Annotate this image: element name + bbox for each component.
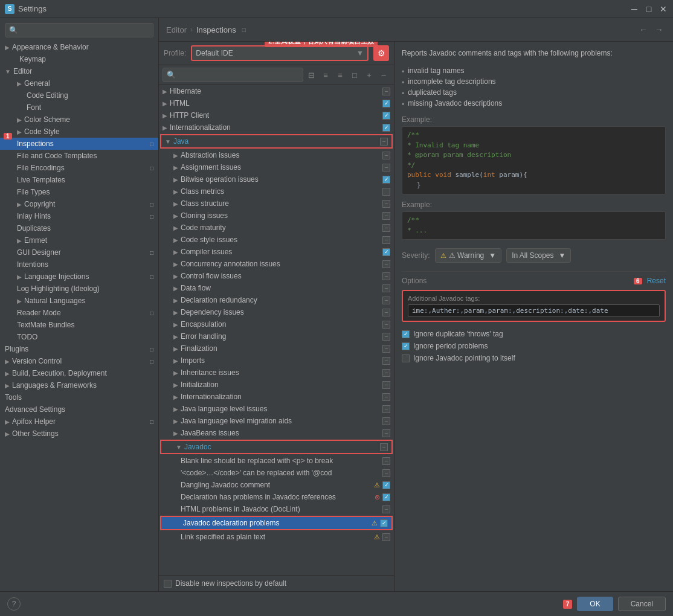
sidebar-item-color-scheme[interactable]: ▶ Color Scheme bbox=[0, 114, 158, 126]
sidebar-item-log-highlighting[interactable]: Log Highlighting (Ideolog) bbox=[0, 283, 158, 295]
check-java[interactable]: – bbox=[380, 138, 388, 146]
sidebar-item-inspections[interactable]: Inspections □ 1 bbox=[0, 138, 158, 150]
check-code-style[interactable]: – bbox=[382, 236, 390, 244]
sidebar-item-duplicates[interactable]: Duplicates bbox=[0, 222, 158, 234]
check-http-client[interactable]: ✓ bbox=[382, 112, 390, 120]
tree-item-blank-line[interactable]: Blank line should be replaced with <p> t… bbox=[159, 455, 394, 467]
filter-button[interactable]: ⊟ bbox=[304, 68, 318, 82]
check-bitwise[interactable]: ✓ bbox=[382, 176, 390, 184]
tree-item-cloning-issues[interactable]: ▶ Cloning issues – bbox=[159, 210, 394, 222]
cancel-button[interactable]: Cancel bbox=[618, 597, 666, 611]
back-button[interactable]: ← bbox=[637, 23, 650, 36]
tree-item-internationalization2[interactable]: ▶ Internationalization – bbox=[159, 391, 394, 403]
close-button[interactable]: ✕ bbox=[659, 4, 668, 14]
ignore-javadoc-checkbox[interactable] bbox=[402, 355, 410, 362]
tree-item-declaration-problems[interactable]: Declaration has problems in Javadoc refe… bbox=[159, 491, 394, 503]
tree-item-code-maturity[interactable]: ▶ Code maturity – bbox=[159, 222, 394, 234]
help-button[interactable]: ? bbox=[7, 597, 21, 611]
sidebar-item-version-control[interactable]: ▶ Version Control □ bbox=[0, 355, 158, 367]
tree-item-link-specified[interactable]: Link specified as plain text ⚠ – bbox=[159, 531, 394, 543]
tree-item-encapsulation[interactable]: ▶ Encapsulation – bbox=[159, 318, 394, 330]
tree-item-concurrency-annotation[interactable]: ▶ Concurrency annotation issues – bbox=[159, 258, 394, 270]
tree-item-class-structure[interactable]: ▶ Class structure – bbox=[159, 197, 394, 210]
tree-item-imports[interactable]: ▶ Imports – bbox=[159, 355, 394, 367]
tree-item-control-flow[interactable]: ▶ Control flow issues – bbox=[159, 270, 394, 282]
check-javadoc-decl[interactable]: ✓ bbox=[380, 519, 388, 527]
check-i18n[interactable]: ✓ bbox=[382, 124, 390, 132]
check-link-specified[interactable]: – bbox=[382, 533, 390, 541]
expand-all-button[interactable]: ≡ bbox=[319, 68, 332, 82]
ignore-period-checkbox[interactable]: ✓ bbox=[402, 342, 410, 350]
check-decl-problems[interactable]: ✓ bbox=[382, 493, 390, 501]
check-initialization[interactable]: – bbox=[382, 381, 390, 389]
check-compiler[interactable]: ✓ bbox=[382, 248, 390, 256]
tree-item-code-style-issues[interactable]: ▶ Code style issues – bbox=[159, 234, 394, 246]
check-encapsulation[interactable]: – bbox=[382, 321, 390, 329]
sidebar-item-advanced-settings[interactable]: Advanced Settings bbox=[0, 403, 158, 415]
tree-item-inheritance-issues[interactable]: ▶ Inheritance issues – bbox=[159, 367, 394, 379]
tree-item-initialization[interactable]: ▶ Initialization – bbox=[159, 379, 394, 391]
sidebar-item-plugins[interactable]: Plugins □ bbox=[0, 343, 158, 355]
check-java-lang-level[interactable]: – bbox=[382, 405, 390, 413]
more-button[interactable]: – bbox=[377, 68, 390, 82]
disable-inspections-checkbox[interactable] bbox=[164, 580, 172, 588]
sidebar-item-editor[interactable]: ▼ Editor bbox=[0, 65, 158, 77]
tree-item-bitwise-issues[interactable]: ▶ Bitwise operation issues ✓ bbox=[159, 173, 394, 185]
check-dependency[interactable]: – bbox=[382, 309, 390, 316]
collapse-all-button[interactable]: ≡ bbox=[333, 68, 347, 82]
sidebar-item-code-style[interactable]: ▶ Code Style bbox=[0, 126, 158, 138]
sidebar-item-emmet[interactable]: ▶ Emmet bbox=[0, 234, 158, 246]
sidebar-item-appearance[interactable]: ▶ Appearance & Behavior bbox=[0, 41, 158, 53]
sidebar-item-file-types[interactable]: File Types bbox=[0, 186, 158, 198]
sidebar-item-code-editing[interactable]: Code Editing bbox=[0, 89, 158, 101]
tree-item-abstraction-issues[interactable]: ▶ Abstraction issues – bbox=[159, 149, 394, 161]
additional-tags-input[interactable] bbox=[408, 304, 660, 317]
tree-item-internationalization[interactable]: ▶ Internationalization ✓ bbox=[159, 121, 394, 133]
scope-dropdown[interactable]: In All Scopes ▼ bbox=[506, 248, 571, 263]
check-code-tag[interactable]: – bbox=[382, 469, 390, 477]
check-finalization[interactable]: – bbox=[382, 345, 390, 353]
tree-item-code-tag[interactable]: '<code>…</code>' can be replaced with '@… bbox=[159, 467, 394, 479]
restore-button[interactable]: □ bbox=[644, 4, 654, 14]
sidebar-search-input[interactable] bbox=[21, 26, 149, 34]
tree-item-java-lang-migration[interactable]: ▶ Java language level migration aids – bbox=[159, 415, 394, 427]
check-hibernate[interactable]: – bbox=[382, 88, 390, 95]
check-javabeans[interactable]: – bbox=[382, 429, 390, 437]
sidebar-item-reader-mode[interactable]: Reader Mode □ bbox=[0, 307, 158, 319]
ignore-throws-checkbox[interactable]: ✓ bbox=[402, 330, 410, 338]
tree-item-compiler-issues[interactable]: ▶ Compiler issues ✓ bbox=[159, 246, 394, 258]
tree-item-http-client[interactable]: ▶ HTTP Client ✓ bbox=[159, 109, 394, 121]
check-cloning[interactable]: – bbox=[382, 212, 390, 220]
sidebar-item-file-encodings[interactable]: File Encodings □ bbox=[0, 162, 158, 174]
check-assignment[interactable]: – bbox=[382, 164, 390, 172]
sidebar-item-general[interactable]: ▶ General bbox=[0, 77, 158, 89]
tree-item-javabeans-issues[interactable]: ▶ JavaBeans issues – bbox=[159, 427, 394, 439]
profile-dropdown[interactable]: Default IDE ▼ 2:全局设置，否则只有当前项目生效 bbox=[191, 45, 369, 61]
tree-item-java[interactable]: ▼ Java 3 – bbox=[160, 134, 393, 149]
tree-item-declaration-redundancy[interactable]: ▶ Declaration redundancy – bbox=[159, 294, 394, 306]
check-class-structure[interactable]: – bbox=[382, 200, 390, 208]
check-code-maturity[interactable]: – bbox=[382, 224, 390, 232]
check-control-flow[interactable]: – bbox=[382, 272, 390, 280]
sidebar-item-language-injections[interactable]: ▶ Language Injections □ bbox=[0, 271, 158, 283]
tree-item-hibernate[interactable]: ▶ Hibernate – bbox=[159, 85, 394, 97]
sidebar-item-apifox-helper[interactable]: ▶ Apifox Helper □ bbox=[0, 415, 158, 428]
tree-item-assignment-issues[interactable]: ▶ Assignment issues – bbox=[159, 161, 394, 173]
check-class-metrics[interactable] bbox=[382, 188, 390, 196]
check-abstraction[interactable]: – bbox=[382, 152, 390, 159]
tree-item-data-flow[interactable]: ▶ Data flow – bbox=[159, 282, 394, 294]
minimize-button[interactable]: ─ bbox=[630, 4, 639, 14]
sidebar-item-build-execution[interactable]: ▶ Build, Execution, Deployment bbox=[0, 367, 158, 379]
sidebar-item-gui-designer[interactable]: GUI Designer □ bbox=[0, 246, 158, 258]
check-concurrency[interactable]: – bbox=[382, 260, 390, 268]
tree-item-html[interactable]: ▶ HTML ✓ bbox=[159, 97, 394, 109]
sidebar-item-tools[interactable]: Tools bbox=[0, 391, 158, 403]
severity-dropdown[interactable]: ⚠ ⚠ Warning ▼ bbox=[435, 248, 501, 263]
sidebar-item-file-code-templates[interactable]: File and Code Templates bbox=[0, 150, 158, 162]
tree-item-javadoc-declaration[interactable]: Javadoc declaration problems 5 ⚠ ✓ bbox=[160, 516, 393, 530]
tree-item-javadoc[interactable]: ▼ Javadoc 4 – bbox=[160, 440, 393, 454]
sidebar-item-keymap[interactable]: Keymap bbox=[0, 53, 158, 65]
tree-item-dependency-issues[interactable]: ▶ Dependency issues – bbox=[159, 306, 394, 318]
reset-link[interactable]: Reset bbox=[647, 277, 666, 285]
sidebar-item-textmate-bundles[interactable]: TextMate Bundles bbox=[0, 319, 158, 331]
